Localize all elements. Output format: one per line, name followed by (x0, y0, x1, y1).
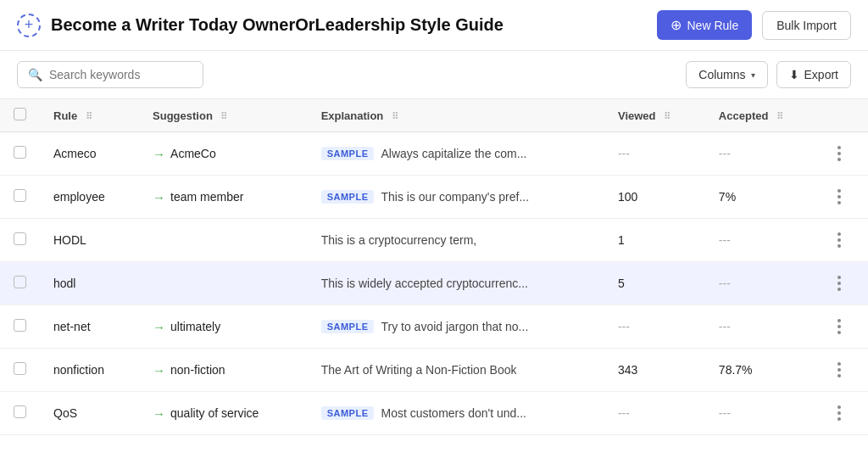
table-row: QoS→quality of serviceSAMPLEMost custome… (0, 392, 868, 435)
row-checkbox[interactable] (14, 276, 26, 288)
rule-cell: nonfiction (40, 349, 139, 392)
row-checkbox[interactable] (14, 405, 26, 418)
explanation-text: Try to avoid jargon that no... (381, 320, 528, 333)
actions-cell (821, 219, 868, 262)
viewed-cell: --- (604, 392, 705, 435)
new-rule-button[interactable]: ⊕ New Rule (657, 10, 752, 40)
col-handle-accepted[interactable]: ⠿ (776, 111, 783, 122)
col-rule: Rule ⠿ (40, 99, 139, 132)
accepted-cell: --- (705, 132, 821, 176)
new-rule-plus-icon: ⊕ (670, 17, 682, 33)
actions-cell (821, 132, 868, 176)
row-actions-button[interactable] (834, 231, 844, 249)
suggestion-text: AcmeCo (170, 147, 216, 160)
table-row: hodlThis is widely accepted cryptocurren… (0, 262, 868, 305)
row-actions-button[interactable] (834, 187, 844, 206)
plus-icon: + (17, 14, 41, 37)
explanation-cell: This is a cryptocurrency term, (308, 219, 604, 262)
search-box: 🔍 (17, 61, 203, 88)
arrow-right-icon: → (153, 363, 165, 377)
explanation-cell: SAMPLEThis is our company's pref... (308, 176, 604, 219)
row-checkbox-cell (0, 262, 40, 305)
rules-table: Rule ⠿ Suggestion ⠿ Explanation ⠿ Viewed… (0, 99, 868, 435)
row-actions-button[interactable] (834, 404, 844, 422)
col-handle-rule[interactable]: ⠿ (86, 111, 92, 122)
accepted-cell: --- (705, 262, 821, 305)
explanation-text: This is widely accepted cryptocurrenc... (321, 277, 528, 290)
col-actions (821, 99, 868, 132)
suggestion-cell: →team member (139, 176, 308, 219)
explanation-cell: The Art of Writing a Non-Fiction Book (308, 349, 604, 392)
table-row: nonfiction→non-fictionThe Art of Writing… (0, 349, 868, 392)
arrow-right-icon: → (153, 190, 165, 204)
suggestion-cell: →ultimately (139, 305, 308, 349)
suggestion-text: non-fiction (170, 363, 225, 377)
row-checkbox-cell (0, 132, 40, 176)
export-icon: ⬇ (789, 68, 799, 81)
row-checkbox[interactable] (14, 146, 26, 159)
explanation-text: This is a cryptocurrency term, (321, 233, 477, 247)
row-checkbox[interactable] (14, 319, 26, 332)
col-handle-viewed[interactable]: ⠿ (664, 111, 670, 122)
row-checkbox[interactable] (14, 362, 26, 375)
viewed-value: 1 (618, 233, 625, 247)
table-row: Acmeco→AcmeCoSAMPLEAlways capitalize the… (0, 132, 868, 176)
col-handle-explanation[interactable]: ⠿ (392, 111, 398, 122)
export-button[interactable]: ⬇ Export (776, 61, 851, 88)
viewed-value: 100 (618, 190, 637, 204)
viewed-value: 5 (618, 277, 625, 290)
search-input[interactable] (49, 68, 192, 81)
explanation-cell: This is widely accepted cryptocurrenc... (308, 262, 604, 305)
row-checkbox[interactable] (14, 232, 26, 245)
row-checkbox-cell (0, 305, 40, 349)
explanation-text: This is our company's pref... (381, 190, 529, 204)
explanation-cell: SAMPLEAlways capitalize the com... (308, 132, 604, 176)
col-handle-suggestion[interactable]: ⠿ (220, 111, 227, 122)
row-checkbox-cell (0, 176, 40, 219)
accepted-cell: --- (705, 392, 821, 435)
explanation-cell: SAMPLEMost customers don't und... (308, 392, 604, 435)
suggestion-text: ultimately (170, 320, 220, 333)
accepted-value: --- (719, 320, 731, 333)
viewed-value: --- (618, 406, 630, 420)
header-checkbox-cell (0, 99, 40, 132)
viewed-value: --- (618, 147, 630, 160)
sample-badge: SAMPLE (321, 147, 375, 160)
rule-cell: net-net (40, 305, 139, 349)
table-header-row: Rule ⠿ Suggestion ⠿ Explanation ⠿ Viewed… (0, 99, 868, 132)
arrow-right-icon: → (153, 147, 165, 161)
accepted-cell: --- (705, 305, 821, 349)
toolbar-right: Columns ▾ ⬇ Export (686, 61, 851, 88)
accepted-cell: 7% (705, 176, 821, 219)
row-actions-button[interactable] (834, 361, 844, 379)
suggestion-cell: →non-fiction (139, 349, 308, 392)
row-actions-button[interactable] (834, 274, 844, 293)
viewed-cell: 343 (604, 349, 705, 392)
toolbar: 🔍 Columns ▾ ⬇ Export (0, 51, 868, 99)
select-all-checkbox[interactable] (14, 108, 26, 120)
viewed-cell: --- (604, 132, 705, 176)
accepted-value: --- (719, 406, 731, 420)
explanation-cell: SAMPLETry to avoid jargon that no... (308, 305, 604, 349)
row-actions-button[interactable] (834, 317, 844, 336)
row-checkbox-cell (0, 392, 40, 435)
col-accepted: Accepted ⠿ (705, 99, 821, 132)
suggestion-text: team member (170, 190, 243, 204)
sample-badge: SAMPLE (321, 320, 375, 333)
explanation-text: Most customers don't und... (381, 406, 526, 420)
page-header: + Become a Writer Today OwnerOrLeadershi… (0, 0, 868, 51)
accepted-value: --- (719, 277, 731, 290)
row-actions-button[interactable] (834, 144, 844, 163)
columns-button[interactable]: Columns ▾ (686, 61, 767, 88)
suggestion-cell: →quality of service (139, 392, 308, 435)
viewed-cell: 5 (604, 262, 705, 305)
explanation-text: Always capitalize the com... (381, 147, 526, 160)
explanation-text: The Art of Writing a Non-Fiction Book (321, 363, 517, 377)
row-checkbox-cell (0, 349, 40, 392)
row-checkbox[interactable] (14, 189, 26, 202)
rule-cell: HODL (40, 219, 139, 262)
accepted-value: --- (719, 233, 731, 247)
chevron-down-icon: ▾ (751, 70, 755, 80)
bulk-import-button[interactable]: Bulk Import (762, 11, 851, 40)
suggestion-cell (139, 262, 308, 305)
